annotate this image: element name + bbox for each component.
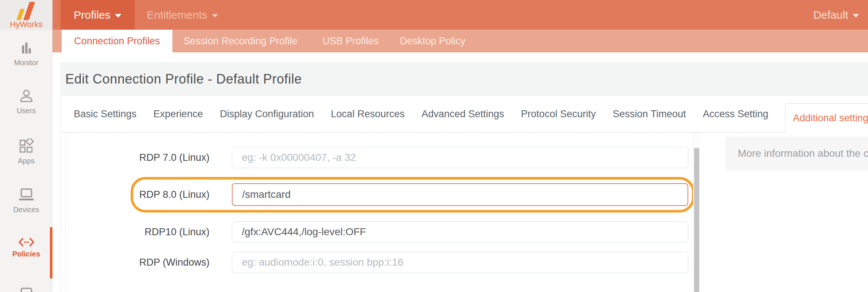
sidebar-item-label: Policies <box>0 250 52 258</box>
sidebar-item-label: Devices <box>0 206 52 214</box>
bar-chart-icon <box>19 41 34 56</box>
title-panel: Edit Connection Profile - Default Profil… <box>61 62 868 96</box>
caret-down-icon <box>212 14 218 18</box>
rdp70-linux-input[interactable] <box>232 147 688 168</box>
additional-settings-form: RDP 7.0 (Linux) RDP 8.0 (Linux) RDP10 (L… <box>65 133 699 292</box>
subnav-tab-connection-profiles[interactable]: Connection Profiles <box>62 30 172 52</box>
subnav-tab-label: USB Profiles <box>322 36 379 47</box>
rdp80-linux-input[interactable] <box>232 183 688 206</box>
hyworks-logo[interactable]: HyWorks <box>0 0 52 30</box>
caret-down-icon <box>115 14 121 18</box>
sidebar-item-label: Monitor <box>0 59 52 67</box>
scrollbar-thumb[interactable] <box>694 148 699 292</box>
caret-down-icon <box>853 14 859 18</box>
main-content: Edit Connection Profile - Default Profil… <box>60 62 868 292</box>
rdp10-linux-input[interactable] <box>232 221 688 243</box>
sidebar-active-indicator <box>50 227 52 278</box>
field-label: RDP 8.0 (Linux) <box>66 183 209 206</box>
form-scrollbar[interactable] <box>693 133 700 292</box>
nav-menu-label: Profiles <box>74 9 110 21</box>
tab-display-configuration[interactable]: Display Configuration <box>220 108 314 120</box>
laptop-icon <box>18 188 35 203</box>
hyworks-console: HyWorks Monitor Users Apps <box>0 0 868 292</box>
subnav-tab-usb-profiles[interactable]: USB Profiles <box>322 30 379 52</box>
nav-menu-entitlements[interactable]: Entitlements <box>147 0 218 30</box>
nav-menu-label: Entitlements <box>147 9 207 21</box>
nav-menu-label: Default <box>813 9 848 21</box>
tab-additional-settings[interactable]: Additional settings <box>785 103 868 133</box>
tab-protocol-security[interactable]: Protocol Security <box>521 108 596 120</box>
sidebar-item-devices[interactable]: Devices <box>0 188 52 214</box>
subnav-tab-label: Connection Profiles <box>74 36 160 47</box>
hyworks-logo-icon <box>0 0 52 21</box>
tab-access-setting[interactable]: Access Setting <box>703 108 769 120</box>
code-brackets-icon <box>18 237 35 247</box>
sidebar-item-policies[interactable]: Policies <box>0 237 52 258</box>
sidebar-item-label: Users <box>0 107 52 115</box>
subnav-tab-desktop-policy[interactable]: Desktop Policy <box>400 30 466 52</box>
tab-advanced-settings[interactable]: Advanced Settings <box>422 108 504 120</box>
tab-experience[interactable]: Experience <box>153 108 203 120</box>
page-title: Edit Connection Profile - Default Profil… <box>65 71 302 87</box>
sidebar-item-monitor[interactable]: Monitor <box>0 41 52 67</box>
sidebar-item-users[interactable]: Users <box>0 89 52 115</box>
rdp-windows-input[interactable] <box>232 252 688 273</box>
field-label: RDP 7.0 (Linux) <box>66 147 209 168</box>
info-panel-text: More information about the cor <box>738 148 868 159</box>
logo-slash-orange <box>23 2 35 20</box>
nav-menu-default[interactable]: Default <box>813 0 859 30</box>
nav-menu-profiles[interactable]: Profiles <box>61 0 135 30</box>
user-icon <box>19 89 34 104</box>
tab-basic-settings[interactable]: Basic Settings <box>74 108 136 120</box>
field-label: RDP (Windows) <box>66 252 209 273</box>
apps-grid-icon <box>18 138 34 154</box>
tab-session-timeout[interactable]: Session Timeout <box>613 108 686 120</box>
partial-device-icon <box>18 287 35 292</box>
profile-tabs: Basic Settings Experience Display Config… <box>61 96 868 133</box>
sidebar-item-apps[interactable]: Apps <box>0 138 52 165</box>
info-panel: More information about the cor <box>726 137 868 170</box>
subnav-tab-session-recording-profile[interactable]: Session Recording Profile <box>183 30 298 52</box>
top-navbar: Profiles Entitlements Default <box>52 0 868 30</box>
tab-local-resources[interactable]: Local Resources <box>331 108 405 120</box>
subnav-tab-label: Session Recording Profile <box>183 36 298 47</box>
sidebar: HyWorks Monitor Users Apps <box>0 0 52 292</box>
sidebar-item-label: Apps <box>0 157 52 165</box>
sidebar-item-partial[interactable] <box>0 287 52 292</box>
subnav-tab-label: Desktop Policy <box>400 36 466 47</box>
sub-navbar: Connection Profiles Session Recording Pr… <box>52 30 868 52</box>
field-label: RDP10 (Linux) <box>66 221 209 243</box>
